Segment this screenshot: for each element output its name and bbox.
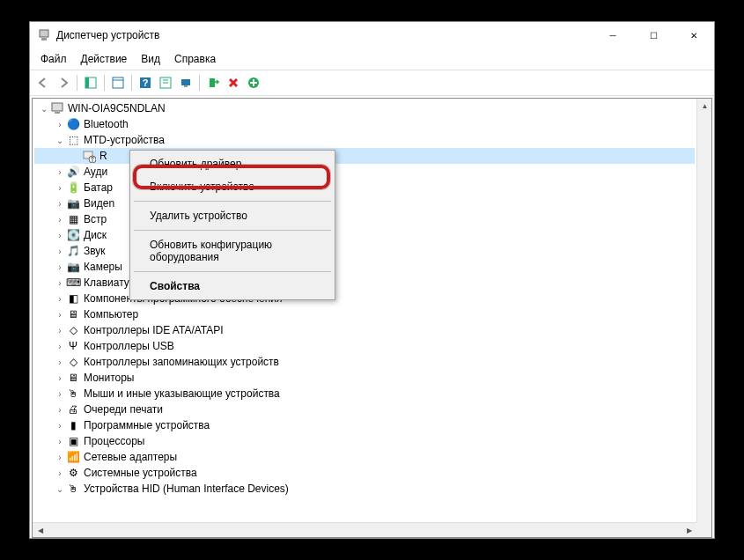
menubar: Файл Действие Вид Справка <box>30 48 714 70</box>
hid-icon: 🖱 <box>66 482 80 496</box>
menu-file[interactable]: Файл <box>33 50 74 68</box>
expander-icon[interactable]: ⌄ <box>54 484 66 494</box>
scroll-right-button[interactable]: ▶ <box>681 523 696 538</box>
tree-category[interactable]: ›⚙Системные устройства <box>34 465 695 481</box>
tree-category[interactable]: ›🖱Мыши и иные указывающие устройства <box>34 386 695 402</box>
tree-category[interactable]: ›📶Сетевые адаптеры <box>34 449 695 465</box>
forward-button[interactable] <box>54 73 73 92</box>
scroll-up-button[interactable]: ▲ <box>697 99 712 114</box>
tree-category-label: Устройства HID (Human Interface Devices) <box>84 483 289 495</box>
expander-icon[interactable]: › <box>54 437 66 446</box>
toolbar-separator <box>104 75 105 91</box>
tree-category[interactable]: ›🔵Bluetooth <box>34 116 695 132</box>
tree-category[interactable]: ›◇Контроллеры IDE ATA/ATAPI <box>34 322 695 338</box>
tree-category[interactable]: ›🖥Мониторы <box>34 370 695 386</box>
computer-icon: 🖥 <box>66 307 80 321</box>
svg-rect-1 <box>41 38 47 41</box>
menu-help[interactable]: Справка <box>167 50 223 68</box>
expander-icon[interactable]: › <box>54 183 66 193</box>
expander-icon[interactable]: › <box>54 231 66 240</box>
printq-icon: 🖨 <box>66 402 80 416</box>
device-tree-panel: ⌄ WIN-OIA9C5NDLAN ›🔵Bluetooth⌄⬚MTD-устро… <box>32 98 712 538</box>
scrollbar-corner <box>696 522 711 537</box>
expander-icon[interactable]: › <box>54 373 66 383</box>
expander-icon[interactable]: › <box>54 453 66 462</box>
audio-icon: 🔊 <box>66 165 80 179</box>
toolbar-separator <box>77 75 77 91</box>
network-icon: 📶 <box>66 450 80 464</box>
expander-icon[interactable]: › <box>54 167 66 177</box>
ctx-uninstall-device[interactable]: Удалить устройство <box>132 204 333 227</box>
expander-icon[interactable]: ⌄ <box>38 104 50 114</box>
back-button[interactable] <box>33 73 53 92</box>
close-button[interactable]: ✕ <box>674 22 714 48</box>
monitor-icon: 🖥 <box>66 371 80 385</box>
ctx-enable-device[interactable]: Включить устройство <box>132 175 333 198</box>
firmware-icon: ▦ <box>66 212 80 226</box>
update-driver-button[interactable] <box>244 73 263 92</box>
expander-icon[interactable]: › <box>54 199 66 209</box>
expander-icon[interactable]: › <box>54 215 66 225</box>
scroll-left-button[interactable]: ◀ <box>33 523 48 538</box>
svg-text:?: ? <box>143 77 149 88</box>
toolbar-button[interactable] <box>156 73 175 92</box>
maximize-button[interactable]: ☐ <box>633 22 674 48</box>
tree-category[interactable]: ›▮Программные устройства <box>34 417 695 433</box>
tree-category[interactable]: ›🖥Компьютер <box>34 306 695 322</box>
keyboard-icon: ⌨ <box>66 276 80 290</box>
expander-icon[interactable]: › <box>54 247 66 256</box>
window-controls: ─ ☐ ✕ <box>593 22 714 48</box>
sound-icon: 🎵 <box>66 244 80 258</box>
tree-category[interactable]: ›◇Контроллеры запоминающих устройств <box>34 354 695 370</box>
tree-category[interactable]: ›ΨКонтроллеры USB <box>34 338 695 354</box>
expander-icon[interactable]: › <box>54 357 66 367</box>
tree-category-label: Видеn <box>84 197 114 210</box>
menu-action[interactable]: Действие <box>74 50 135 68</box>
svg-rect-13 <box>210 78 215 87</box>
tree-category-label: Звук <box>84 245 106 257</box>
expander-icon[interactable]: › <box>54 342 66 351</box>
expander-icon[interactable]: › <box>54 278 66 288</box>
usb-icon: Ψ <box>66 339 80 353</box>
scan-hardware-button[interactable] <box>176 73 195 92</box>
help-button[interactable]: ? <box>136 73 155 92</box>
ctx-scan-hardware[interactable]: Обновить конфигурацию оборудования <box>132 233 333 269</box>
tree-category[interactable]: ⌄🖱Устройства HID (Human Interface Device… <box>34 481 695 497</box>
expander-icon[interactable]: › <box>54 326 66 335</box>
ctx-update-driver[interactable]: Обновить драйвер <box>132 152 333 175</box>
expander-icon[interactable]: › <box>54 310 66 320</box>
tree-root[interactable]: ⌄ WIN-OIA9C5NDLAN <box>34 100 695 116</box>
tree-category-label: Диск <box>84 229 107 241</box>
mouse-icon: 🖱 <box>66 387 80 401</box>
ctx-separator <box>134 230 331 231</box>
expander-icon[interactable]: › <box>54 405 66 415</box>
expander-icon[interactable]: › <box>54 389 66 399</box>
uninstall-button[interactable] <box>224 73 243 92</box>
expander-icon[interactable]: › <box>54 262 66 272</box>
tree-category[interactable]: ›🖨Очереди печати <box>34 402 695 417</box>
tree-root-label: WIN-OIA9C5NDLAN <box>68 102 166 114</box>
tree-category-label: Батар <box>84 181 113 194</box>
expander-icon[interactable]: › <box>54 421 66 431</box>
computer-icon <box>50 101 64 115</box>
titlebar[interactable]: Диспетчер устройств ─ ☐ ✕ <box>30 22 714 48</box>
properties-button[interactable] <box>108 73 128 92</box>
horizontal-scrollbar[interactable]: ◀ ▶ <box>33 522 696 537</box>
camera-icon: 📷 <box>66 260 80 274</box>
expander-icon[interactable]: › <box>54 120 66 129</box>
tree-category-label: Встр <box>84 213 107 225</box>
minimize-button[interactable]: ─ <box>593 22 633 48</box>
context-menu: Обновить драйвер Включить устройство Уда… <box>129 150 335 300</box>
show-hide-tree-button[interactable] <box>81 73 100 92</box>
ctx-properties[interactable]: Свойства <box>132 275 333 298</box>
expander-icon[interactable]: › <box>54 468 66 478</box>
enable-button[interactable] <box>203 73 223 92</box>
tree-category[interactable]: ⌄⬚MTD-устройства <box>34 132 695 148</box>
vertical-scrollbar[interactable]: ▲ ▼ <box>696 99 711 537</box>
menu-view[interactable]: Вид <box>134 50 167 68</box>
expander-icon[interactable]: › <box>54 294 66 304</box>
tree-category-label: Сетевые адаптеры <box>84 451 177 463</box>
expander-icon[interactable]: ⌄ <box>54 136 66 145</box>
tree-category[interactable]: ›▣Процессоры <box>34 433 695 449</box>
svg-rect-12 <box>184 85 188 87</box>
